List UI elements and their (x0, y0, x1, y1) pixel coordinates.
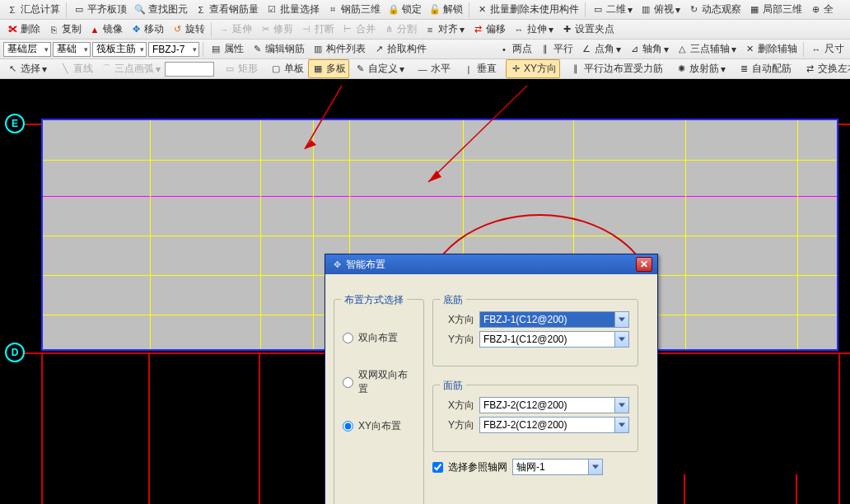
find-element[interactable]: 🔍查找图元 (131, 1, 190, 18)
align[interactable]: ≡对齐 ▾ (421, 21, 467, 38)
sigma-icon: Σ (194, 3, 208, 16)
full[interactable]: ⊕全 (806, 1, 836, 18)
bottom-x-combo[interactable]: FBZJ-1(C12@200) (479, 311, 629, 328)
component-combo[interactable]: FBZJ-7 (148, 42, 199, 57)
radial-icon: ✺ (675, 63, 688, 76)
drawing-canvas[interactable]: E D ✥ 智能布置 ✕ (0, 79, 850, 504)
dimension[interactable]: ↔尺寸 (807, 40, 847, 58)
move[interactable]: ✥移动 (127, 21, 166, 38)
delete[interactable]: ✀删除 (3, 21, 43, 38)
move-icon: ✥ (330, 258, 343, 271)
merge[interactable]: ⊢合并 (339, 21, 378, 38)
custom[interactable]: ✎自定义 ▾ (351, 60, 407, 77)
swap-icon: ⇄ (803, 63, 816, 76)
local-3d[interactable]: ▦局部三维 (745, 1, 805, 18)
close-button[interactable]: ✕ (636, 257, 652, 272)
lock[interactable]: 🔒锁定 (385, 1, 424, 18)
swap-annotation[interactable]: ⇄交换左右标注 (801, 60, 850, 77)
align-icon: ≡ (423, 23, 437, 36)
top-y-combo[interactable]: FBZJ-2(C12@200) (479, 417, 629, 433)
line[interactable]: ╲直线 (56, 60, 96, 77)
delete-icon: ✕ (475, 3, 488, 16)
dynamic-view[interactable]: ↻动态观察 (684, 1, 744, 18)
radio-xy-input[interactable] (343, 421, 353, 432)
unlock-icon: 🔓 (428, 3, 441, 16)
radio-xy[interactable]: XY向布置 (343, 419, 415, 433)
arc-3pt[interactable]: ⌒三点画弧 ▾ (97, 60, 163, 77)
batch-delete-unused[interactable]: ✕批量删除未使用构件 (473, 1, 581, 18)
view-top[interactable]: ▥俯视 ▾ (637, 1, 683, 18)
rebar-3d[interactable]: ⌗钢筋三维 (324, 1, 383, 18)
axis-angle[interactable]: ⊿轴角 ▾ (625, 40, 671, 58)
radio-both[interactable]: 双向布置 (343, 331, 415, 345)
mirror-icon: ▲ (88, 23, 101, 36)
two-point[interactable]: •两点 (495, 40, 535, 58)
multi-slab[interactable]: ▦多板 (308, 59, 349, 78)
list-icon: ▥ (311, 43, 325, 56)
rect-icon: ▭ (223, 63, 236, 76)
top-x-label: X方向 (441, 399, 474, 413)
flush-top[interactable]: ▭平齐板顶 (70, 1, 129, 18)
properties[interactable]: ▤属性 (207, 40, 246, 58)
rotate[interactable]: ↺旋转 (168, 21, 208, 38)
floor-combo[interactable]: 基础层 (3, 42, 51, 57)
mirror[interactable]: ▲镜像 (86, 21, 125, 38)
radio-double-net-input[interactable] (343, 377, 353, 388)
parallel[interactable]: ∥平行 (536, 40, 576, 58)
layout-mode-group: 布置方式选择 双向布置 双网双向布置 XY向布置 (334, 299, 424, 504)
axis-angle-icon: ⊿ (628, 43, 641, 56)
view-rebar-qty[interactable]: Σ查看钢筋量 (192, 1, 261, 18)
ref-axis-checkbox[interactable] (432, 462, 443, 473)
scissors-icon: ✀ (6, 23, 19, 36)
component-type-combo[interactable]: 筏板主筋 (92, 42, 147, 57)
delete-aux[interactable]: ✕删除辅轴 (740, 40, 800, 58)
edit-rebar[interactable]: ✎编辑钢筋 (248, 40, 307, 58)
orbit-icon: ↻ (687, 3, 700, 16)
point-angle[interactable]: ∠点角 ▾ (577, 40, 623, 58)
split[interactable]: ⋔分割 (380, 21, 419, 38)
full-icon: ⊕ (809, 3, 822, 16)
radio-double-net[interactable]: 双网双向布置 (343, 368, 415, 396)
delete-aux-icon: ✕ (743, 43, 756, 56)
parallel-edge-rebar[interactable]: ∥平行边布置受力筋 (567, 60, 666, 77)
bottom-y-combo[interactable]: FBZJ-1(C12@200) (479, 331, 629, 348)
horizontal[interactable]: —水平 (413, 60, 453, 77)
bottom-y-label: Y方向 (441, 333, 474, 347)
unlock[interactable]: 🔓解锁 (426, 1, 465, 18)
radio-both-input[interactable] (343, 333, 353, 343)
category-combo[interactable]: 基础 (53, 42, 91, 57)
top-x-combo[interactable]: FBZJ-2(C12@200) (479, 397, 629, 413)
check-icon: ☑ (265, 3, 278, 16)
batch-select[interactable]: ☑批量选择 (263, 1, 322, 18)
dialog-title-text: 智能布置 (346, 259, 385, 270)
dialog-titlebar[interactable]: ✥ 智能布置 ✕ (325, 254, 657, 274)
rectangle[interactable]: ▭矩形 (221, 60, 260, 77)
vertical[interactable]: |垂直 (460, 60, 499, 77)
stretch-icon: ↔ (512, 23, 525, 36)
component-list[interactable]: ▥构件列表 (309, 40, 368, 58)
offset[interactable]: ⇄偏移 (469, 21, 508, 38)
pick-component[interactable]: ↗拾取构件 (370, 40, 429, 58)
radial-rebar[interactable]: ✺放射筋 ▾ (672, 60, 728, 77)
single-slab[interactable]: ▢单板 (267, 60, 306, 77)
value-input[interactable] (165, 62, 214, 77)
arc-icon: ⌒ (100, 63, 113, 76)
break[interactable]: ⊣打断 (297, 21, 337, 38)
xy-direction[interactable]: ✛XY方向 (506, 59, 560, 78)
ref-axis-combo[interactable]: 轴网-1 (512, 459, 603, 475)
stretch[interactable]: ↔拉伸 ▾ (510, 21, 556, 38)
two-point-icon: • (497, 43, 511, 56)
sum-calc[interactable]: Σ汇总计算 (3, 1, 63, 18)
select[interactable]: ↖选择 ▾ (3, 60, 49, 77)
auto-rebar[interactable]: ≣自动配筋 (735, 60, 794, 77)
multi-slab-icon: ▦ (311, 63, 325, 76)
rect-icon: ▭ (591, 3, 605, 16)
three-point-aux[interactable]: △三点辅轴 ▾ (673, 40, 739, 58)
extend[interactable]: →延伸 (215, 21, 255, 38)
xy-icon: ✛ (509, 63, 522, 76)
trim[interactable]: ✂修剪 (256, 21, 296, 38)
view-2d[interactable]: ▭二维 ▾ (589, 1, 635, 18)
copy[interactable]: ⎘复制 (44, 21, 84, 38)
trim-icon: ✂ (259, 23, 272, 36)
set-grip[interactable]: ✚设置夹点 (558, 21, 617, 38)
